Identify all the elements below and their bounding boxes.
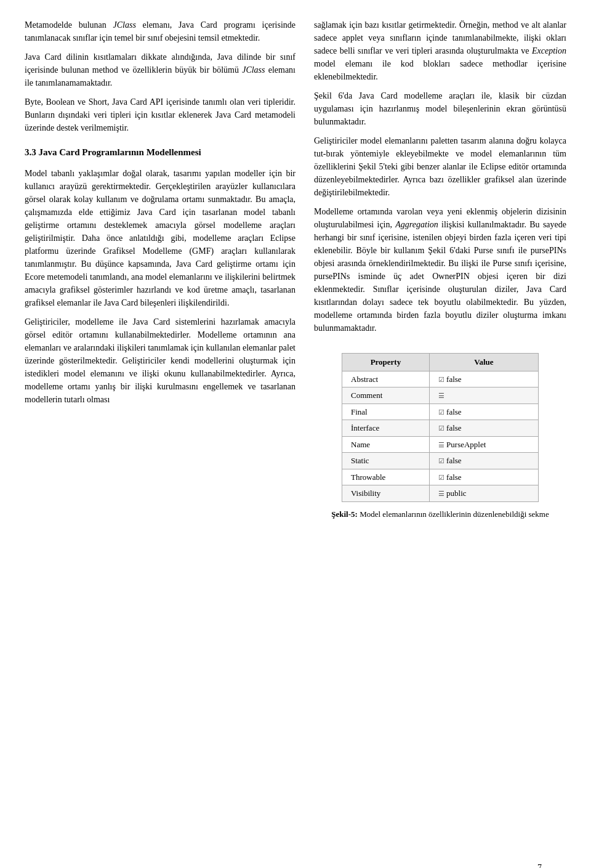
properties-table: Property Value Abstract☑ falseComment☰ F… [342,353,539,502]
section-para-2: Geliştiriciler, modelleme ile Java Card … [25,315,296,406]
col-header-property: Property [342,354,430,371]
check-icon: ☑ [438,457,444,464]
property-cell: İnterface [342,420,430,437]
col-header-value: Value [429,354,538,371]
page-number: 7 [537,861,542,868]
check-icon: ☑ [438,424,444,432]
right-column: sağlamak için bazı kısıtlar getirmektedi… [314,18,566,520]
right-para-4: Modelleme ortamında varolan veya yeni ek… [314,205,566,335]
value-cell: ☑ false [429,404,538,420]
value-cell: ☰ public [429,485,538,502]
check-icon: ☑ [438,474,444,481]
value-cell: ☑ false [429,371,538,387]
table-row: Abstract☑ false [342,371,539,387]
property-cell: Visibility [342,485,430,502]
check-icon: ☑ [438,408,444,416]
left-para-1: Metamodelde bulunan JClass elemanı, Java… [25,18,296,44]
table-caption: Şekil-5: Model elemanlarının özellikleri… [331,508,549,521]
property-cell: Final [342,404,430,420]
list-icon: ☰ [438,392,444,399]
value-cell: ☑ false [429,453,538,469]
value-cell: ☰ PurseApplet [429,436,538,453]
table-row: Name☰ PurseApplet [342,436,539,453]
check-icon: ☑ [438,376,444,383]
left-para-3: Byte, Boolean ve Short, Java Card API iç… [25,95,296,134]
value-cell: ☑ false [429,469,538,485]
list-icon: ☰ [438,441,444,448]
table-row: Throwable☑ false [342,469,539,485]
table-row: Final☑ false [342,404,539,420]
properties-table-wrapper: Property Value Abstract☑ falseComment☰ F… [314,353,566,520]
section-heading: 3.3 Java Card Programlarının Modellenmes… [25,145,296,160]
property-cell: Abstract [342,371,430,387]
table-row: Visibility☰ public [342,485,539,502]
value-cell: ☰ [429,387,538,404]
left-para-2: Java Card dilinin kısıtlamaları dikkate … [25,51,296,89]
property-cell: Name [342,436,430,453]
left-column: Metamodelde bulunan JClass elemanı, Java… [25,18,296,520]
property-cell: Comment [342,387,430,404]
list-icon: ☰ [438,490,444,497]
table-row: Static☑ false [342,453,539,469]
right-para-1: sağlamak için bazı kısıtlar getirmektedi… [314,18,566,83]
property-cell: Throwable [342,469,430,485]
right-para-3: Geliştiriciler model elemanlarını palett… [314,134,566,199]
property-cell: Static [342,453,430,469]
section-para-1: Model tabanlı yaklaşımlar doğal olarak, … [25,167,296,309]
table-row: İnterface☑ false [342,420,539,437]
right-para-2: Şekil 6'da Java Card modelleme araçları … [314,89,566,128]
value-cell: ☑ false [429,420,538,437]
table-row: Comment☰ [342,387,539,404]
